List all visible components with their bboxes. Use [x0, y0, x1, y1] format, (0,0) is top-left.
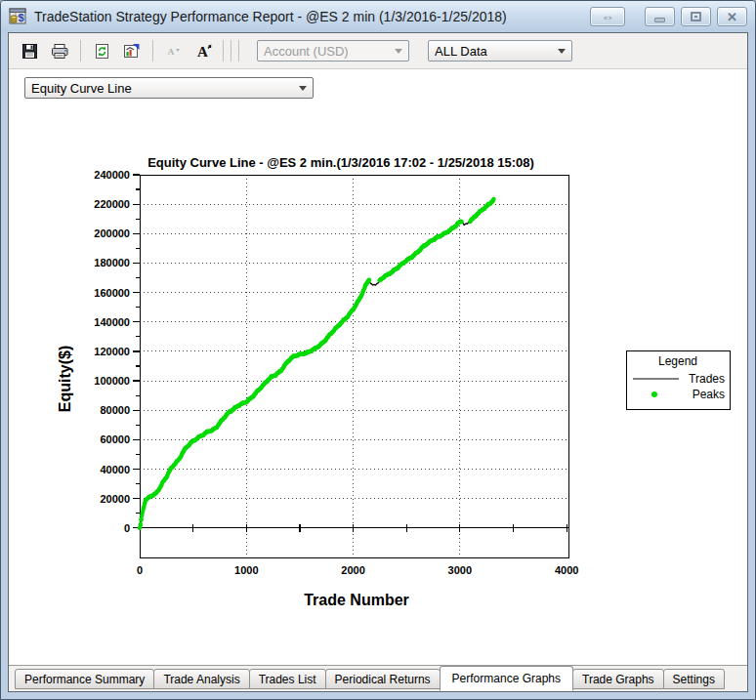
svg-text:140000: 140000 [94, 316, 130, 328]
tab-trade-analysis[interactable]: Trade Analysis [153, 669, 249, 689]
performance-report-window: $ TradeStation Strategy Performance Repo… [0, 0, 756, 700]
legend-title: Legend [658, 354, 697, 368]
decrease-font-icon: A [166, 43, 182, 59]
svg-text:3000: 3000 [448, 564, 472, 576]
svg-text:4000: 4000 [555, 564, 578, 576]
peaks-dot-sample [651, 391, 657, 397]
tab-strip: Performance Summary Trade Analysis Trade… [9, 665, 747, 691]
minimize-icon [654, 18, 665, 22]
svg-text:20000: 20000 [100, 493, 130, 505]
data-range-dropdown[interactable]: ALL Data [428, 40, 572, 62]
minimize-button[interactable] [645, 7, 675, 26]
increase-font-icon: A [195, 43, 213, 60]
chart-settings-icon [123, 43, 141, 60]
svg-text:100000: 100000 [94, 375, 130, 387]
report-content: Equity Curve Line Equity Curve Line - @E… [9, 69, 747, 665]
decrease-font-button[interactable]: A [161, 38, 187, 63]
chevron-down-icon [558, 49, 566, 54]
tab-trade-graphs[interactable]: Trade Graphs [572, 669, 664, 689]
print-button[interactable] [47, 38, 72, 63]
svg-text:240000: 240000 [94, 169, 130, 181]
equity-curve-chart: Equity Curve Line - @ES 2 min.(1/3/2016 … [9, 104, 738, 665]
svg-text:A: A [197, 44, 208, 60]
chevron-down-icon [299, 86, 307, 91]
svg-text:A: A [168, 47, 175, 57]
svg-text:0: 0 [137, 564, 143, 576]
legend: Legend Trades Peaks [627, 351, 731, 410]
y-axis-title: Equity($) [57, 346, 73, 412]
titlebar[interactable]: $ TradeStation Strategy Performance Repo… [1, 1, 755, 32]
close-button[interactable]: ✕ [717, 7, 747, 26]
svg-text:160000: 160000 [94, 287, 130, 299]
svg-text:2000: 2000 [341, 564, 364, 576]
increase-font-button[interactable]: A [191, 38, 217, 63]
client-area: A A Account (USD) ALL Data [8, 32, 748, 692]
chart-settings-button[interactable] [119, 38, 145, 63]
toolbar-separator [152, 40, 153, 62]
report-dollar-icon: $ [9, 8, 28, 25]
svg-text:80000: 80000 [100, 404, 130, 416]
svg-text:120000: 120000 [94, 346, 130, 357]
svg-text:180000: 180000 [94, 257, 130, 268]
svg-text:40000: 40000 [100, 464, 130, 475]
refresh-button[interactable] [89, 38, 114, 63]
toolbar-separator [80, 40, 81, 62]
save-icon [21, 43, 38, 60]
swap-arrows-button[interactable]: ⇔ [590, 7, 625, 26]
toolbar-separator [238, 40, 239, 62]
plot-area: 0200004000060000800001000001200001400001… [94, 169, 578, 576]
data-range-dropdown-value: ALL Data [435, 44, 552, 59]
chart-title: Equity Curve Line - @ES 2 min.(1/3/2016 … [147, 155, 534, 170]
svg-text:200000: 200000 [94, 227, 130, 239]
tab-performance-graphs[interactable]: Performance Graphs [440, 666, 573, 691]
chevron-down-icon [395, 49, 402, 54]
window-title: TradeStation Strategy Performance Report… [34, 9, 507, 24]
toolbar-separator [231, 40, 231, 62]
graph-type-dropdown[interactable]: Equity Curve Line [24, 77, 314, 99]
print-icon [51, 43, 69, 60]
toolbar: A A Account (USD) ALL Data [9, 33, 747, 69]
restore-button[interactable] [681, 7, 711, 26]
legend-label-peaks: Peaks [693, 388, 725, 401]
account-dropdown[interactable]: Account (USD) [257, 40, 409, 62]
toolbar-separator [223, 40, 224, 62]
restore-icon [691, 12, 701, 21]
tab-settings[interactable]: Settings [663, 669, 725, 689]
x-axis-title: Trade Number [304, 592, 409, 608]
svg-text:220000: 220000 [94, 198, 130, 210]
save-button[interactable] [17, 38, 42, 63]
svg-text:60000: 60000 [100, 433, 130, 445]
refresh-icon [94, 43, 110, 60]
tab-trades-list[interactable]: Trades List [249, 669, 326, 689]
tab-performance-summary[interactable]: Performance Summary [15, 669, 154, 689]
tab-periodical-returns[interactable]: Periodical Returns [325, 669, 441, 689]
legend-label-trades: Trades [689, 372, 725, 386]
graph-type-value: Equity Curve Line [31, 81, 293, 96]
svg-text:$: $ [18, 12, 23, 23]
svg-text:1000: 1000 [234, 564, 258, 576]
svg-text:0: 0 [124, 522, 130, 534]
account-dropdown-value: Account (USD) [264, 44, 389, 59]
